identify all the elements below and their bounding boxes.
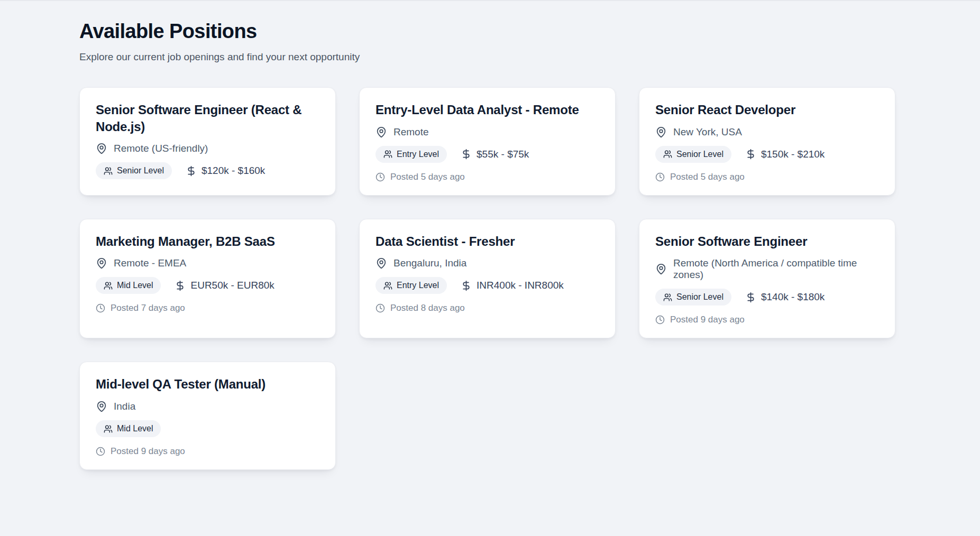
job-location: Remote xyxy=(393,126,429,138)
level-badge-label: Senior Level xyxy=(117,166,164,175)
level-badge: Entry Level xyxy=(375,277,447,294)
dollar-sign-icon xyxy=(461,149,472,160)
map-pin-icon xyxy=(96,401,107,412)
jobs-grid: Senior Software Engineer (React & Node.j… xyxy=(79,87,895,470)
job-title: Senior Software Engineer (React & Node.j… xyxy=(96,101,319,135)
job-posted-row: Posted 5 days ago xyxy=(375,172,465,182)
job-meta-row: Senior Level $150k - $210k xyxy=(655,146,825,163)
clock-icon xyxy=(96,303,105,313)
job-salary-value: $55k - $75k xyxy=(477,149,529,160)
job-location-row: India xyxy=(96,401,135,412)
job-location: Remote (North America / compatible time … xyxy=(673,257,879,281)
job-card[interactable]: Marketing Manager, B2B SaaS Remote - EME… xyxy=(79,219,336,339)
job-title: Senior Software Engineer xyxy=(655,233,807,250)
job-card[interactable]: Data Scientist - Fresher Bengaluru, Indi… xyxy=(359,219,616,339)
clock-icon xyxy=(375,172,385,182)
users-icon xyxy=(663,150,672,159)
dollar-sign-icon xyxy=(745,149,756,160)
job-title: Data Scientist - Fresher xyxy=(375,233,515,250)
job-card[interactable]: Senior React Developer New York, USA xyxy=(639,87,895,196)
job-meta-row: Mid Level EUR50k - EUR80k xyxy=(96,277,274,294)
job-posted-value: Posted 9 days ago xyxy=(111,446,185,457)
job-posted-row: Posted 5 days ago xyxy=(655,172,745,182)
job-posted-row: Posted 9 days ago xyxy=(655,315,745,325)
job-location-row: Remote - EMEA xyxy=(96,257,186,269)
clock-icon xyxy=(375,303,385,313)
dollar-sign-icon xyxy=(745,292,756,303)
job-posted-value: Posted 5 days ago xyxy=(670,172,745,182)
map-pin-icon xyxy=(655,126,667,138)
users-icon xyxy=(104,167,113,175)
job-posted-value: Posted 7 days ago xyxy=(111,303,185,313)
dollar-sign-icon xyxy=(461,280,472,291)
job-salary-value: $150k - $210k xyxy=(761,149,825,160)
job-meta-row: Senior Level $120k - $160k xyxy=(96,162,265,179)
available-positions-page: Available Positions Explore our current … xyxy=(0,1,980,470)
job-location: India xyxy=(114,401,135,412)
job-meta-row: Mid Level xyxy=(96,420,161,437)
job-posted-value: Posted 5 days ago xyxy=(390,172,465,182)
map-pin-icon xyxy=(96,257,107,269)
job-card[interactable]: Mid-level QA Tester (Manual) India xyxy=(79,362,336,470)
job-salary: $150k - $210k xyxy=(745,149,825,160)
users-icon xyxy=(663,293,672,302)
job-salary: EUR50k - EUR80k xyxy=(175,280,274,291)
level-badge-label: Entry Level xyxy=(397,150,439,159)
map-pin-icon xyxy=(375,126,387,138)
job-location-row: Remote (US-friendly) xyxy=(96,143,208,154)
users-icon xyxy=(104,281,113,290)
job-card[interactable]: Senior Software Engineer (React & Node.j… xyxy=(79,87,336,196)
level-badge: Senior Level xyxy=(655,146,731,163)
job-location: Remote (US-friendly) xyxy=(114,143,208,154)
level-badge: Senior Level xyxy=(96,162,172,179)
job-meta-row: Senior Level $140k - $180k xyxy=(655,289,825,306)
job-location: Remote - EMEA xyxy=(114,257,186,269)
job-posted-value: Posted 8 days ago xyxy=(390,303,465,313)
users-icon xyxy=(104,424,113,433)
job-posted-row: Posted 8 days ago xyxy=(375,303,465,313)
job-posted-value: Posted 9 days ago xyxy=(670,315,745,325)
level-badge: Mid Level xyxy=(96,420,161,437)
job-title: Marketing Manager, B2B SaaS xyxy=(96,233,275,250)
level-badge-label: Mid Level xyxy=(117,281,153,290)
level-badge: Entry Level xyxy=(375,146,447,163)
job-salary: $140k - $180k xyxy=(745,291,825,303)
job-posted-row: Posted 7 days ago xyxy=(96,303,185,313)
job-meta-row: Entry Level INR400k - INR800k xyxy=(375,277,564,294)
level-badge-label: Senior Level xyxy=(676,150,723,159)
page-title: Available Positions xyxy=(79,20,895,43)
job-salary: $55k - $75k xyxy=(461,149,529,160)
clock-icon xyxy=(96,447,105,456)
map-pin-icon xyxy=(375,257,387,269)
users-icon xyxy=(383,281,392,290)
level-badge-label: Senior Level xyxy=(676,292,723,302)
users-icon xyxy=(383,150,392,159)
job-salary-value: $120k - $160k xyxy=(202,165,265,177)
job-location: Bengaluru, India xyxy=(393,257,466,269)
level-badge-label: Entry Level xyxy=(397,281,439,290)
level-badge: Senior Level xyxy=(655,289,731,306)
job-salary-value: INR400k - INR800k xyxy=(477,280,564,291)
dollar-sign-icon xyxy=(175,280,186,291)
job-card[interactable]: Entry-Level Data Analyst - Remote Remote xyxy=(359,87,616,196)
job-posted-row: Posted 9 days ago xyxy=(96,446,185,457)
page-subtitle: Explore our current job openings and fin… xyxy=(79,51,895,63)
job-meta-row: Entry Level $55k - $75k xyxy=(375,146,529,163)
job-card[interactable]: Senior Software Engineer Remote (North A… xyxy=(639,219,895,339)
job-title: Mid-level QA Tester (Manual) xyxy=(96,376,265,393)
job-title: Senior React Developer xyxy=(655,101,795,118)
job-location-row: Remote xyxy=(375,126,429,138)
level-badge-label: Mid Level xyxy=(117,424,153,433)
job-location: New York, USA xyxy=(673,126,742,138)
job-salary: $120k - $160k xyxy=(186,165,265,177)
level-badge: Mid Level xyxy=(96,277,161,294)
job-location-row: Remote (North America / compatible time … xyxy=(655,257,879,281)
job-salary-value: $140k - $180k xyxy=(761,291,825,303)
clock-icon xyxy=(655,172,665,182)
dollar-sign-icon xyxy=(186,165,197,177)
job-title: Entry-Level Data Analyst - Remote xyxy=(375,101,579,118)
map-pin-icon xyxy=(96,143,107,154)
clock-icon xyxy=(655,315,665,325)
map-pin-icon xyxy=(655,263,667,275)
job-salary: INR400k - INR800k xyxy=(461,280,564,291)
